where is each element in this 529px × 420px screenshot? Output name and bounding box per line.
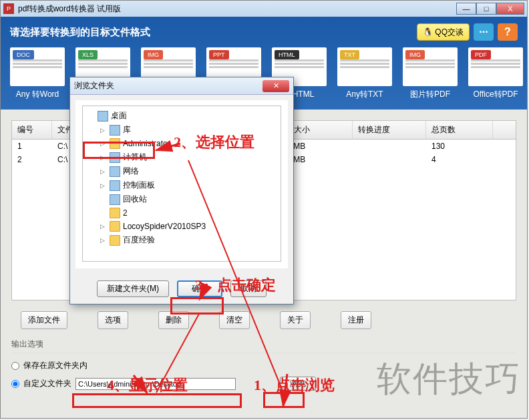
browse-button[interactable]: 浏览: [280, 377, 316, 391]
tree-item-3[interactable]: ▷计算机: [85, 150, 278, 164]
browse-folder-dialog: 浏览文件夹 ✕ 桌面▷库▷Administrator▷计算机▷网络▷控制面板回收…: [69, 77, 294, 304]
tree-item-9[interactable]: ▷百度经验: [85, 233, 278, 247]
save-original-radio[interactable]: [11, 362, 19, 370]
add-file-button[interactable]: 添加文件: [21, 311, 67, 329]
options-button[interactable]: 选项: [98, 311, 128, 329]
format-item-7[interactable]: PDFOffice转PDF: [468, 47, 523, 100]
th-progress[interactable]: 转换进度: [353, 121, 426, 139]
folder-tree[interactable]: 桌面▷库▷Administrator▷计算机▷网络▷控制面板回收站2▷Locoy…: [82, 106, 281, 262]
format-item-6[interactable]: IMG图片转PDF: [403, 47, 458, 100]
new-folder-button[interactable]: 新建文件夹(M): [97, 280, 169, 297]
format-item-5[interactable]: TXTAny转TXT: [337, 47, 392, 100]
ok-button[interactable]: 确定: [177, 280, 222, 297]
custom-folder-radio[interactable]: [11, 380, 19, 388]
header-title: 请选择要转换到的目标文件格式: [10, 26, 150, 39]
output-title: 输出选项: [11, 339, 516, 353]
register-button[interactable]: 注册: [341, 311, 371, 329]
app-icon: P: [3, 3, 14, 14]
delete-button[interactable]: 删除: [158, 311, 189, 329]
window-title: pdf转换成word转换器 试用版: [18, 3, 456, 15]
custom-folder-label: 自定义文件夹: [23, 378, 71, 389]
qq-chat-button[interactable]: 🐧 QQ交谈: [417, 23, 470, 41]
th-id[interactable]: 编号: [12, 121, 52, 139]
tree-item-2[interactable]: ▷Administrator: [85, 137, 278, 150]
main-titlebar[interactable]: P pdf转换成word转换器 试用版 — □ X: [1, 1, 527, 17]
help-icon-button[interactable]: ?: [498, 23, 518, 41]
qq-icon: 🐧: [423, 27, 433, 37]
format-item-0[interactable]: DOCAny 转Word: [10, 47, 65, 100]
dialog-title: 浏览文件夹: [74, 80, 114, 91]
tree-item-5[interactable]: ▷控制面板: [85, 178, 278, 192]
about-button[interactable]: 关于: [280, 311, 311, 329]
maximize-button[interactable]: □: [476, 3, 496, 15]
tree-item-7[interactable]: 2: [85, 206, 278, 220]
tree-item-0[interactable]: 桌面: [85, 109, 278, 123]
tree-item-1[interactable]: ▷库: [85, 123, 278, 137]
dialog-close-button[interactable]: ✕: [262, 80, 289, 92]
tree-item-6[interactable]: 回收站: [85, 192, 278, 206]
toolbar: 添加文件 选项 删除 清空 关于 注册: [1, 311, 527, 329]
minimize-button[interactable]: —: [456, 3, 476, 15]
tree-item-8[interactable]: ▷LocoySpiderV2010SP3: [85, 220, 278, 233]
output-path-input[interactable]: [75, 378, 236, 390]
dialog-titlebar[interactable]: 浏览文件夹 ✕: [70, 77, 293, 95]
chat-icon-button[interactable]: ···: [474, 23, 494, 41]
close-button[interactable]: X: [496, 3, 524, 15]
output-section: 输出选项 保存在原文件夹内 自定义文件夹 浏览: [11, 339, 516, 391]
save-original-label: 保存在原文件夹内: [23, 360, 87, 371]
th-pages[interactable]: 总页数: [426, 121, 493, 139]
cancel-button[interactable]: 取消: [230, 280, 267, 297]
tree-item-4[interactable]: ▷网络: [85, 164, 278, 178]
clear-button[interactable]: 清空: [219, 311, 250, 329]
qq-label: QQ交谈: [435, 27, 464, 38]
